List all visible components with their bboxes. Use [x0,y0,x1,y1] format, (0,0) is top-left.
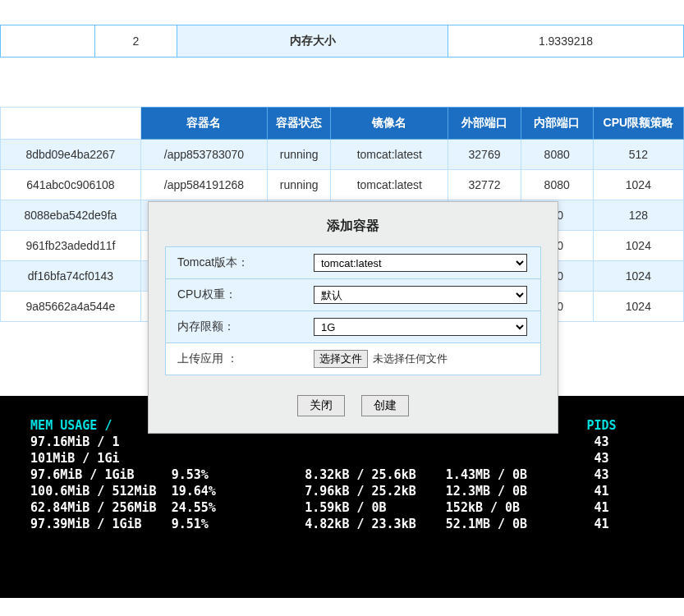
summary-empty [1,25,95,57]
file-status: 未选择任何文件 [373,352,448,365]
cell-name: /app853783070 [140,140,267,170]
cell-ext_port: 32769 [448,140,521,170]
cell-id: 8dbd09e4ba2267 [1,140,141,170]
cell-name: /app584191268 [140,170,267,200]
row-tomcat: Tomcat版本： tomcat:latest [166,247,540,278]
mem-limit-select[interactable]: 1G [314,318,527,336]
summary-mem-label: 内存大小 [177,25,448,57]
summary-table: 2 内存大小 1.9339218 [0,25,684,57]
cell-id: df16bfa74cf0143 [1,261,141,292]
create-button[interactable]: 创建 [361,395,409,416]
row-cpu: CPU权重： 默认 [166,278,540,310]
cell-image: tomcat:latest [331,140,448,170]
tomcat-select[interactable]: tomcat:latest [314,254,527,272]
tomcat-label: Tomcat版本： [166,247,305,278]
cpu-weight-select[interactable]: 默认 [314,286,527,304]
cpu-label: CPU权重： [166,279,305,310]
summary-mem-value: 1.9339218 [448,25,684,57]
cell-state: running [268,140,331,170]
hdr-ext-port: 外部端口 [448,108,521,140]
upload-label: 上传应用 ： [166,343,305,375]
cell-id: 961fb23adedd11f [1,231,141,261]
cell-int_port: 8080 [521,170,593,200]
cell-int_port: 8080 [521,140,593,170]
cell-id: 9a85662a4a544e [1,292,141,322]
cell-id: 8088eba542de9fa [1,200,141,231]
hdr-int-port: 内部端口 [521,108,593,140]
row-upload: 上传应用 ： 选择文件未选择任何文件 [166,342,540,375]
close-button[interactable]: 关闭 [297,395,345,416]
cell-id: 641abc0c906108 [1,170,141,200]
row-mem: 内存限额： 1G [166,310,540,342]
summary-cpu-count: 2 [95,25,177,57]
modal-buttons: 关闭 创建 [149,395,558,416]
add-container-modal: 添加容器 Tomcat版本： tomcat:latest CPU权重： 默认 内… [148,201,558,434]
choose-file-button[interactable]: 选择文件 [314,350,368,368]
modal-title: 添加容器 [149,214,558,246]
hdr-state: 容器状态 [268,108,331,140]
table-row[interactable]: 641abc0c906108/app584191268runningtomcat… [1,170,684,200]
modal-form: Tomcat版本： tomcat:latest CPU权重： 默认 内存限额： … [165,246,541,375]
containers-header-row: 容器名 容器状态 镜像名 外部端口 内部端口 CPU限额策略 [1,108,684,140]
cell-cpu_quota: 512 [593,140,683,170]
hdr-cpu-quota: CPU限额策略 [593,108,683,140]
table-row[interactable]: 8dbd09e4ba2267/app853783070runningtomcat… [1,140,684,170]
cell-cpu_quota: 128 [593,200,683,231]
cell-image: tomcat:latest [331,170,448,200]
hdr-name: 容器名 [140,108,267,140]
mem-label: 内存限额： [166,311,305,342]
cell-cpu_quota: 1024 [593,261,683,292]
hdr-image: 镜像名 [331,108,448,140]
terminal-body: 97.16MiB / 1 43 101MiB / 1Gi 43 97.6MiB … [8,434,676,532]
cell-cpu_quota: 1024 [593,292,683,322]
cell-ext_port: 32772 [448,170,521,200]
cell-cpu_quota: 1024 [593,170,683,200]
cell-state: running [268,170,331,200]
cell-cpu_quota: 1024 [593,231,683,261]
